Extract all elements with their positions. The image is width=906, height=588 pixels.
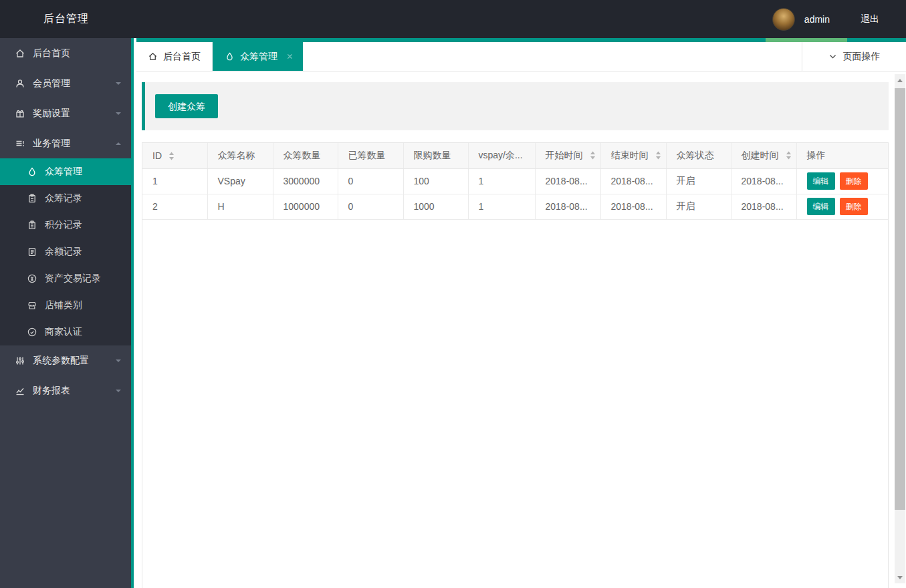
tab-label: 后台首页 (163, 51, 201, 63)
cell-name: H (207, 194, 273, 219)
cell-actions: 编辑删除 (796, 168, 888, 194)
sidebar-subitem-points-records[interactable]: 积分记录 (0, 212, 131, 239)
sidebar-subitem-crowdfunding-records[interactable]: 众筹记录 (0, 185, 131, 212)
cell-raised: 0 (338, 194, 403, 219)
home-icon (148, 51, 158, 61)
home-icon (15, 48, 27, 59)
sidebar-item-members[interactable]: 会员管理 (0, 68, 131, 98)
panel-accent-bar (142, 82, 145, 130)
cell-status: 开启 (666, 168, 731, 194)
col-header-name: 众筹名称 (207, 143, 273, 168)
sidebar-subitem-asset-transaction-records[interactable]: 资产交易记录 (0, 265, 131, 292)
sidebar-subitem-crowdfunding-management[interactable]: 众筹管理 (0, 158, 131, 185)
clipboard-icon (27, 193, 39, 204)
cell-limit: 100 (403, 168, 468, 194)
cell-id: 2 (142, 194, 207, 219)
sidebar-subitem-label: 众筹记录 (45, 192, 82, 204)
chevron-down-icon (115, 388, 122, 394)
app-title: 后台管理 (43, 12, 89, 26)
table-row: 2 H 1000000 0 1000 1 2018-08... 2018-08.… (142, 194, 888, 219)
content-area: 后台首页 众筹管理 页面操作 创建众筹 (136, 38, 906, 588)
cell-start-time: 2018-08... (535, 194, 600, 219)
table-row: 1 VSpay 3000000 0 100 1 2018-08... 2018-… (142, 168, 888, 194)
user-avatar[interactable] (772, 8, 795, 31)
cell-end-time: 2018-08... (600, 194, 666, 219)
sort-icon[interactable] (168, 152, 175, 160)
sidebar-subitem-label: 众筹管理 (45, 166, 82, 178)
shop-icon (27, 300, 39, 311)
crowdfunding-table-container: ID 众筹名称 众筹数量 已筹数量 限购数量 vspay/余... 开始时间 结… (142, 142, 889, 588)
col-header-vspay-rate: vspay/余... (468, 143, 535, 168)
sidebar-item-business[interactable]: 业务管理 (0, 128, 131, 158)
page-operations-button[interactable]: 页面操作 (802, 42, 906, 71)
user-icon (15, 78, 27, 89)
cell-end-time: 2018-08... (600, 168, 666, 194)
chevron-down-icon (115, 357, 122, 364)
coin-yen-icon (27, 273, 39, 284)
page-body: 创建众筹 ID 众筹名称 众筹数量 已筹数量 (136, 71, 906, 588)
sort-icon[interactable] (590, 151, 596, 160)
col-header-total: 众筹数量 (273, 143, 338, 168)
badge-icon (27, 327, 39, 337)
cell-id: 1 (142, 168, 207, 194)
sort-icon[interactable] (786, 151, 792, 160)
col-header-start-time[interactable]: 开始时间 (535, 143, 600, 168)
sidebar-item-rewards[interactable]: 奖励设置 (0, 98, 131, 128)
sidebar-subitem-balance-records[interactable]: 余额记录 (0, 239, 131, 265)
chart-icon (15, 386, 27, 396)
header-user-area: admin 退出 (772, 8, 879, 31)
tab-crowdfunding-management[interactable]: 众筹管理 (213, 42, 303, 71)
sidebar-subitem-label: 资产交易记录 (45, 273, 101, 285)
clipboard-icon (27, 220, 39, 231)
chevron-up-icon (115, 140, 122, 147)
tab-home[interactable]: 后台首页 (136, 42, 213, 71)
top-header: 后台管理 admin 退出 (0, 0, 906, 38)
edit-button[interactable]: 编辑 (807, 172, 835, 190)
sidebar-item-home[interactable]: 后台首页 (0, 38, 131, 68)
scrollbar-up-arrow-icon[interactable] (895, 75, 905, 86)
col-header-end-time[interactable]: 结束时间 (600, 143, 666, 168)
chevron-down-icon (115, 80, 122, 87)
sort-icon[interactable] (655, 151, 661, 160)
col-header-raised: 已筹数量 (338, 143, 403, 168)
sidebar-item-system-params[interactable]: 系统参数配置 (0, 345, 131, 376)
document-icon (27, 247, 39, 257)
cell-created-time: 2018-08... (731, 168, 796, 194)
sidebar-item-label: 奖励设置 (33, 108, 70, 120)
col-header-status: 众筹状态 (666, 143, 731, 168)
cell-start-time: 2018-08... (535, 168, 600, 194)
edit-button[interactable]: 编辑 (807, 198, 835, 215)
sliders-icon (15, 355, 27, 366)
delete-button[interactable]: 删除 (840, 172, 868, 190)
chevron-down-icon (828, 52, 837, 61)
sidebar-item-label: 系统参数配置 (33, 355, 89, 367)
scrollbar-thumb[interactable] (895, 88, 905, 510)
toolbar-panel: 创建众筹 (142, 82, 889, 130)
tab-bar: 后台首页 众筹管理 页面操作 (136, 42, 906, 71)
sidebar-subitem-merchant-certification[interactable]: 商家认证 (0, 319, 131, 345)
cell-rate: 1 (468, 194, 535, 219)
logout-button[interactable]: 退出 (861, 13, 879, 25)
sidebar-item-label: 业务管理 (33, 138, 70, 150)
scrollbar-down-arrow-icon[interactable] (895, 572, 905, 583)
create-crowdfunding-button[interactable]: 创建众筹 (155, 94, 218, 118)
page-operations-label: 页面操作 (843, 51, 881, 63)
col-header-actions: 操作 (796, 143, 888, 168)
tab-label: 众筹管理 (240, 51, 277, 63)
sidebar-subitem-shop-categories[interactable]: 店铺类别 (0, 292, 131, 319)
crowdfunding-table: ID 众筹名称 众筹数量 已筹数量 限购数量 vspay/余... 开始时间 结… (142, 143, 888, 220)
sidebar-item-financial-reports[interactable]: 财务报表 (0, 376, 131, 406)
close-icon[interactable] (286, 53, 294, 60)
username[interactable]: admin (804, 14, 830, 25)
accent-strip (136, 38, 906, 42)
vertical-scrollbar[interactable] (895, 74, 905, 583)
cell-name: VSpay (207, 168, 273, 194)
delete-button[interactable]: 删除 (840, 198, 868, 215)
cell-limit: 1000 (403, 194, 468, 219)
cell-status: 开启 (666, 194, 731, 219)
col-header-created-time[interactable]: 创建时间 (731, 143, 796, 168)
col-header-limit: 限购数量 (403, 143, 468, 168)
gift-icon (15, 108, 27, 119)
water-drop-icon (225, 51, 235, 61)
col-header-id[interactable]: ID (142, 143, 207, 168)
